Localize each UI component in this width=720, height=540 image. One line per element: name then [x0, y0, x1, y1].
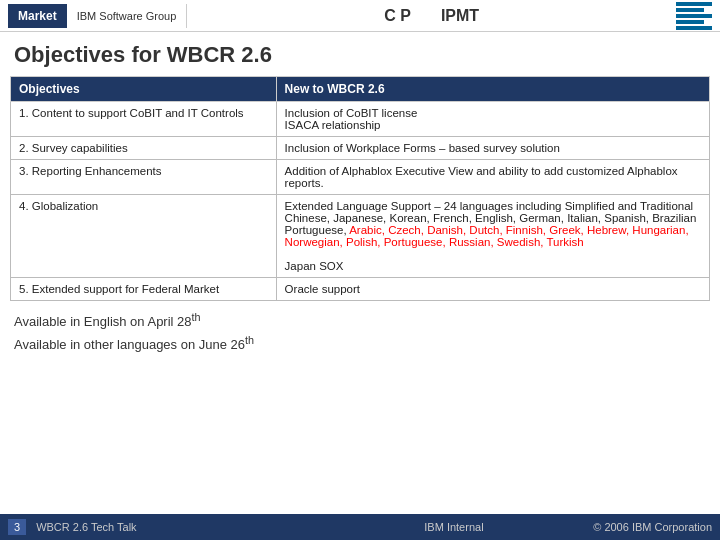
objective-3: 3. Reporting Enhancements — [11, 160, 277, 195]
availability-line1: Available in English on April 28th — [14, 309, 706, 332]
logo-bar-5 — [676, 26, 712, 30]
logo-bar-2 — [676, 8, 704, 12]
table-row: 3. Reporting Enhancements Addition of Al… — [11, 160, 710, 195]
new-feature-1: Inclusion of CoBIT licenseISACA relation… — [276, 102, 709, 137]
new-feature-5: Oracle support — [276, 278, 709, 301]
objective-5: 5. Extended support for Federal Market — [11, 278, 277, 301]
table-row: 4. Globalization Extended Language Suppo… — [11, 195, 710, 278]
footer-center-label: IBM Internal — [315, 521, 594, 533]
new-feature-4: Extended Language Support – 24 languages… — [276, 195, 709, 278]
cp-label: C P — [384, 7, 411, 25]
ibm-label: IBM Software Group — [67, 4, 188, 28]
table-header-row: Objectives New to WBCR 2.6 — [11, 77, 710, 102]
ipmt-label: IPMT — [441, 7, 479, 25]
header-center: C P IPMT — [187, 7, 676, 25]
objectives-table: Objectives New to WBCR 2.6 1. Content to… — [10, 76, 710, 301]
table-row: 5. Extended support for Federal Market O… — [11, 278, 710, 301]
ibm-logo — [676, 2, 712, 30]
logo-bar-3 — [676, 14, 712, 18]
market-label: Market — [8, 4, 67, 28]
header: Market IBM Software Group C P IPMT — [0, 0, 720, 32]
availability-line2: Available in other languages on June 26t… — [14, 332, 706, 355]
objective-1: 1. Content to support CoBIT and IT Contr… — [11, 102, 277, 137]
col2-header: New to WBCR 2.6 — [276, 77, 709, 102]
footer-right-label: © 2006 IBM Corporation — [593, 521, 712, 533]
table-row: 2. Survey capabilities Inclusion of Work… — [11, 137, 710, 160]
page-title: Objectives for WBCR 2.6 — [0, 32, 720, 76]
objective-4: 4. Globalization — [11, 195, 277, 278]
japan-sox: Japan SOX — [285, 260, 344, 272]
availability-section: Available in English on April 28th Avail… — [0, 301, 720, 359]
col1-header: Objectives — [11, 77, 277, 102]
page-number: 3 — [8, 519, 26, 535]
logo-bar-4 — [676, 20, 704, 24]
footer-bar: 3 WBCR 2.6 Tech Talk IBM Internal © 2006… — [0, 514, 720, 540]
objective-2: 2. Survey capabilities — [11, 137, 277, 160]
new-feature-3: Addition of Alphablox Executive View and… — [276, 160, 709, 195]
footer-left-label: WBCR 2.6 Tech Talk — [36, 521, 315, 533]
objectives-table-container: Objectives New to WBCR 2.6 1. Content to… — [10, 76, 710, 301]
new-feature-2: Inclusion of Workplace Forms – based sur… — [276, 137, 709, 160]
table-row: 1. Content to support CoBIT and IT Contr… — [11, 102, 710, 137]
logo-bar-1 — [676, 2, 712, 6]
